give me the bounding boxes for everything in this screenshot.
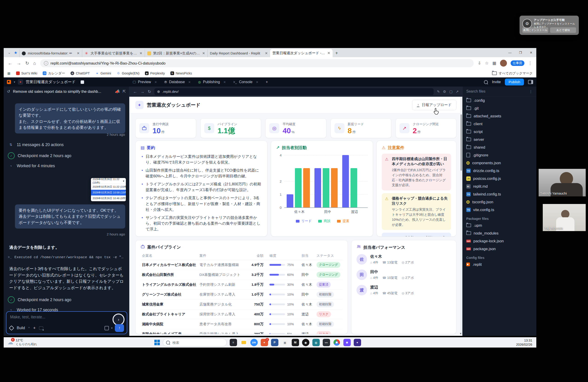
dropdown-option[interactable]: 2026年02月26日 10:58 (15件)	[91, 190, 126, 195]
scan-icon[interactable]	[105, 326, 109, 330]
tab-database[interactable]: ⛃Database✕	[161, 77, 194, 86]
kebab-menu-icon[interactable]: ⋮	[529, 89, 533, 94]
file-item[interactable]: .replit	[462, 260, 536, 268]
pinned-star-icon[interactable]: ★	[14, 50, 18, 55]
app-icon[interactable]: ✺	[343, 339, 351, 346]
window-maximize-button[interactable]: ❐	[515, 51, 526, 54]
browser-tab-article-1[interactable]: ✳ 大手事業会社で新規事業を立ち... ✕	[82, 49, 145, 57]
file-item[interactable]: attached_assets	[462, 112, 536, 120]
devtools-icon[interactable]: ✎	[437, 90, 440, 94]
file-item[interactable]: components.json	[462, 159, 536, 167]
preview-address[interactable]: ⊕ .replit.dev/	[154, 88, 434, 95]
bookmark-star-icon[interactable]: ☆	[485, 61, 488, 66]
replit-logo-icon[interactable]	[7, 80, 11, 84]
file-item[interactable]: .config	[462, 96, 536, 104]
chat-input-box[interactable]: › Build ^ + ▾ ↑	[6, 311, 127, 334]
bookmark-calendar[interactable]: 26カレンダー	[43, 71, 65, 76]
checkpoint-row[interactable]: ✓ Checkpoint made 2 hours ago	[8, 152, 71, 159]
tab-close-icon[interactable]: ✕	[139, 51, 142, 55]
bookmark-chatgpt[interactable]: ⊛ChatGPT	[70, 71, 90, 75]
zoom-icon[interactable]: zm	[250, 339, 258, 346]
file-item[interactable]: JSpostcss.config.js	[462, 175, 536, 182]
install-app-icon[interactable]: ⇩	[478, 61, 481, 66]
send-button[interactable]: ↑	[115, 324, 124, 332]
home-icon[interactable]: ⌂	[33, 61, 36, 66]
search-icon[interactable]	[484, 80, 488, 84]
chevron-down-icon[interactable]: ▾	[111, 326, 113, 330]
file-item[interactable]: TSvite.config.ts	[462, 206, 536, 214]
taskbar-clock[interactable]: 13:31 2026/02/26	[516, 339, 532, 347]
back-icon[interactable]: ←	[8, 61, 12, 66]
search-input[interactable]	[172, 340, 212, 345]
app-icon[interactable]: ✦2	[261, 339, 268, 346]
file-item[interactable]: .gitignore	[462, 151, 536, 159]
attach-button[interactable]: +	[33, 325, 36, 331]
tab-preview[interactable]: 🖵Preview✕	[129, 77, 161, 86]
executed-command-row[interactable]: >_ Executed cd /home/runner/workspace &&…	[8, 255, 124, 259]
tab-search-chevron-icon[interactable]: ⌄	[8, 51, 11, 55]
reload-icon[interactable]: ↻	[25, 60, 29, 66]
browser-menu-icon[interactable]: ⋮	[528, 61, 532, 66]
scroll-down-icon[interactable]: ▼	[459, 332, 462, 335]
stop-button[interactable]	[81, 80, 84, 84]
window-minimize-button[interactable]: —	[505, 51, 515, 54]
bookmark-gemini[interactable]: ✦Gemini	[95, 71, 111, 75]
notify-later-button[interactable]: あとで通知	[550, 27, 576, 33]
file-item[interactable]: script	[462, 128, 536, 135]
history-icon[interactable]: ↺	[7, 89, 10, 94]
agent-avatar-button[interactable]: ›	[113, 314, 125, 325]
address-bar[interactable]: i replit.com/@satoshiyamauchi/Ying-Ye-Ri…	[40, 59, 474, 67]
file-item[interactable]: npmpackage-lock.json	[462, 237, 536, 245]
dropdown-option[interactable]: 2026年02月26日 10:46 (0件)	[91, 195, 126, 201]
select-element-icon[interactable]	[39, 326, 43, 330]
notepad-icon[interactable]: ≡	[230, 339, 237, 346]
taskbar-search[interactable]	[163, 339, 227, 346]
chevron-down-icon[interactable]: ▾	[14, 80, 15, 84]
profile-avatar[interactable]	[500, 60, 507, 67]
publish-button[interactable]: Publish	[505, 79, 524, 85]
panel-toggle-icon[interactable]	[528, 80, 533, 84]
browser-tab-article-2[interactable]: 第2回：新規事業×生成AIの方... ✕	[145, 49, 208, 57]
file-item[interactable]: .upm	[462, 221, 536, 229]
scrollbar-thumb[interactable]	[461, 114, 462, 171]
tab-close-icon[interactable]: ✕	[202, 51, 205, 55]
bookmark-suns-wiki[interactable]: Sun"s Wiki	[16, 71, 38, 75]
file-item[interactable]: .git	[462, 104, 536, 112]
profile-label[interactable]: 仕事用	[511, 60, 525, 66]
app-icon[interactable]: ✦	[354, 339, 361, 346]
new-tab-button[interactable]: +	[335, 51, 338, 56]
file-item[interactable]: server	[462, 135, 536, 143]
browser-tab-replit-1[interactable]: Daily Report Dashboard - Replit ✕	[208, 49, 270, 57]
file-item[interactable]: node_modules	[462, 229, 536, 237]
tab-publishing[interactable]: ◍Publishing✕	[194, 77, 230, 86]
reload-icon[interactable]: ↻	[148, 89, 151, 94]
app-icon[interactable]: M	[292, 339, 299, 346]
bookmark-newspicks[interactable]: NNewsPicks	[170, 71, 192, 75]
new-pane-button[interactable]: +	[262, 77, 272, 86]
chevron-up-icon[interactable]: ^	[28, 326, 30, 330]
chat-input[interactable]	[10, 315, 98, 320]
scrollbar-track[interactable]	[460, 97, 462, 336]
tab-close-icon[interactable]: ✕	[265, 51, 268, 55]
report-date-dropdown[interactable]: 2026年02月26日 11:22 (15件) ▾ 2026年02月26日 11…	[91, 178, 126, 201]
site-info-icon[interactable]: i	[44, 61, 48, 65]
browser-tab-github[interactable]: microsoft/data-formulator: ✏ ✕	[19, 49, 82, 57]
file-item[interactable]: npmpackage.json	[462, 245, 536, 253]
wifi-app-icon[interactable]: 〰	[323, 339, 330, 346]
tab-close-icon[interactable]: ✕	[327, 51, 330, 55]
forward-icon[interactable]: →	[17, 61, 21, 66]
comment-icon[interactable]: ▢	[449, 90, 452, 94]
dropdown-option[interactable]: 2026年02月26日 11:22 (15件)	[91, 184, 126, 190]
file-item[interactable]: TStailwind.config.ts	[462, 190, 536, 198]
install-tonight-button[interactable]: 夜間にインストール	[522, 27, 548, 33]
forward-icon[interactable]: →	[140, 89, 145, 94]
worked-row[interactable]: ◔ Worked for 4 minutes	[8, 163, 55, 169]
window-close-button[interactable]: ✕	[526, 51, 536, 54]
file-item[interactable]: M↓replit.md	[462, 182, 536, 190]
apps-grid-icon[interactable]: ▦	[7, 71, 11, 75]
bookmark-perplexity[interactable]: ◈Perplexity	[145, 71, 165, 75]
messages-summary-row[interactable]: ⇅ 11 messages & 20 actions	[8, 142, 64, 148]
extensions-icon[interactable]: ▦	[492, 61, 496, 66]
weather-widget[interactable]: ☁6 12°Cくもりのち晴れ	[7, 338, 37, 346]
file-search[interactable]: Search files ⋮	[462, 86, 536, 96]
